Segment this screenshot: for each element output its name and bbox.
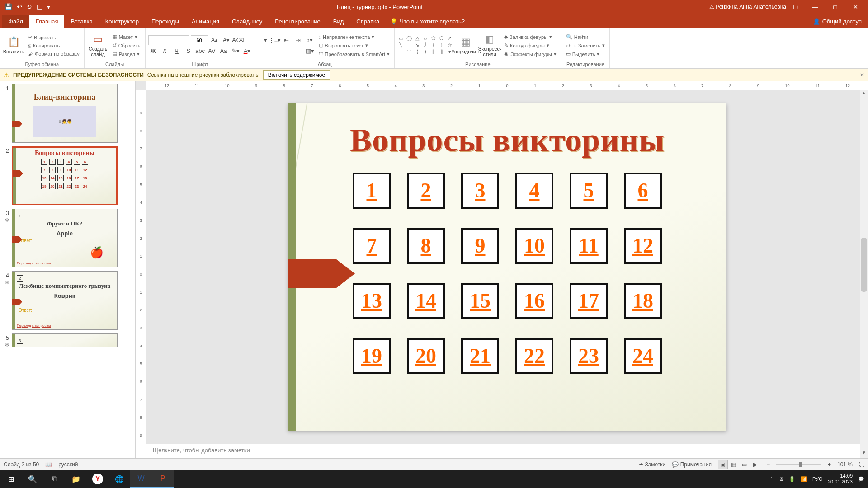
word-icon[interactable]: W — [130, 470, 152, 488]
display-options-icon[interactable]: ▢ — [793, 4, 798, 10]
shape-outline-button[interactable]: ✎ Контур фигуры ▾ — [502, 42, 558, 49]
question-box-5[interactable]: 5 — [570, 173, 608, 209]
arrange-button[interactable]: ▦Упорядочить — [455, 35, 477, 56]
find-button[interactable]: 🔍 Найти — [564, 33, 607, 41]
undo-icon[interactable]: ↶ — [17, 3, 22, 10]
question-box-24[interactable]: 24 — [624, 338, 662, 374]
scroll-up-icon[interactable]: ▲ — [860, 90, 868, 99]
save-icon[interactable]: 💾 — [5, 3, 12, 10]
powerpoint-icon[interactable]: P — [152, 470, 174, 488]
yandex-icon[interactable]: Y — [92, 474, 103, 484]
replace-button[interactable]: ab→ Заменить ▾ — [564, 42, 607, 49]
select-button[interactable]: ▭ Выделить ▾ — [564, 50, 607, 58]
sorter-view-icon[interactable]: ▦ — [729, 460, 739, 469]
taskbar-clock[interactable]: 14:09 20.01.2023 — [828, 473, 853, 485]
font-name-input[interactable] — [148, 35, 189, 45]
slideshow-view-icon[interactable]: ▶ — [750, 460, 760, 469]
tab-insert[interactable]: Вставка — [64, 15, 99, 28]
tray-battery-icon[interactable]: 🔋 — [789, 476, 795, 482]
align-text-button[interactable]: ▢ Выровнять текст ▾ — [317, 42, 392, 49]
text-direction-button[interactable]: ↕ Направление текста ▾ — [317, 33, 392, 41]
vertical-scrollbar[interactable]: ▲ ▼ — [860, 90, 868, 458]
play-icon[interactable]: ▥ — [37, 3, 42, 10]
spacing-icon[interactable]: AV — [207, 46, 217, 56]
question-box-10[interactable]: 10 — [515, 228, 553, 264]
tray-lang[interactable]: РУС — [812, 476, 822, 482]
tray-wifi-icon[interactable]: 📶 — [801, 476, 807, 482]
notes-placeholder[interactable]: Щелкните, чтобы добавить заметки — [146, 444, 868, 458]
start-button[interactable]: ⊞ — [0, 470, 22, 488]
question-box-22[interactable]: 22 — [515, 338, 553, 374]
tab-home[interactable]: Главная — [29, 15, 64, 28]
format-painter-button[interactable]: 🖌 Формат по образцу — [26, 50, 81, 57]
case-icon[interactable]: Aa — [219, 46, 229, 56]
tab-help[interactable]: Справка — [350, 15, 386, 28]
notifications-icon[interactable]: 💬 — [858, 476, 864, 482]
tab-view[interactable]: Вид — [327, 15, 350, 28]
tray-chevron-icon[interactable]: ˄ — [770, 476, 773, 482]
align-center-icon[interactable]: ≡ — [270, 46, 280, 56]
fit-slide-icon[interactable]: ⛶ — [859, 461, 864, 468]
question-box-3[interactable]: 3 — [461, 173, 499, 209]
outdent-icon[interactable]: ⇤ — [282, 35, 292, 45]
question-box-20[interactable]: 20 — [407, 338, 445, 374]
smartart-button[interactable]: ⬚ Преобразовать в SmartArt ▾ — [317, 50, 392, 58]
edge-icon[interactable]: 🌐 — [108, 470, 130, 488]
align-left-icon[interactable]: ≡ — [258, 46, 268, 56]
close-button[interactable]: ✕ — [845, 0, 866, 14]
numbering-icon[interactable]: ⋮≡▾ — [270, 35, 280, 45]
question-box-21[interactable]: 21 — [461, 338, 499, 374]
horizontal-ruler[interactable]: 1211109876543210123456789101112 — [146, 81, 868, 90]
underline-icon[interactable]: Ч — [172, 46, 182, 56]
shadow-icon[interactable]: abc — [195, 46, 205, 56]
shape-fill-button[interactable]: ◆ Заливка фигуры ▾ — [502, 33, 558, 41]
shrink-font-icon[interactable]: A▾ — [222, 35, 231, 45]
tab-design[interactable]: Конструктор — [99, 15, 145, 28]
language-indicator[interactable]: русский — [58, 461, 78, 468]
bold-icon[interactable]: Ж — [148, 46, 158, 56]
slide-thumbnail-panel[interactable]: 1 Блиц-викторина 🖥👧👦 2 Вопросы викторины… — [0, 81, 136, 458]
security-close-icon[interactable]: ✕ — [860, 72, 864, 78]
main-slide-canvas[interactable]: Вопросы викторины 1234567891011121314151… — [288, 103, 726, 431]
maximize-button[interactable]: ◻ — [825, 0, 845, 14]
question-box-14[interactable]: 14 — [407, 283, 445, 319]
grow-font-icon[interactable]: A▴ — [210, 35, 220, 45]
slide-counter[interactable]: Слайд 2 из 50 — [4, 461, 39, 468]
reset-button[interactable]: ↺ Сбросить — [111, 42, 142, 49]
scroll-thumb[interactable] — [861, 238, 867, 292]
tab-review[interactable]: Рецензирование — [269, 15, 326, 28]
new-slide-button[interactable]: ▭Создать слайд — [87, 32, 109, 58]
redo-icon[interactable]: ↻ — [27, 3, 32, 10]
layout-button[interactable]: ▦ Макет ▾ — [111, 33, 142, 41]
font-color-icon[interactable]: A▾ — [242, 46, 252, 56]
question-box-16[interactable]: 16 — [515, 283, 553, 319]
qat-more-icon[interactable]: ▾ — [47, 3, 50, 10]
task-view-icon[interactable]: ⧉ — [43, 470, 65, 488]
bullets-icon[interactable]: ≣▾ — [258, 35, 268, 45]
question-box-12[interactable]: 12 — [624, 228, 662, 264]
scroll-down-icon[interactable]: ▼ — [860, 450, 868, 458]
question-box-17[interactable]: 17 — [570, 283, 608, 319]
question-box-6[interactable]: 6 — [624, 173, 662, 209]
tab-file[interactable]: Файл — [2, 15, 29, 28]
italic-icon[interactable]: К — [160, 46, 170, 56]
shapes-gallery[interactable]: ▭◯△▱⬠⬡↗ ╲→↘⤴{}☆ —⌒⟨⟩⟦⟧▾ — [397, 35, 453, 56]
slide-thumbnail-2[interactable]: Вопросы викторины 1234567891011121314151… — [12, 146, 118, 205]
slide-thumbnail-3[interactable]: 1 Фрукт и ПК? Ответ: Apple 🍎 Переход к в… — [12, 209, 118, 267]
columns-icon[interactable]: ▥▾ — [305, 46, 315, 56]
comments-toggle[interactable]: 💬 Примечания — [672, 461, 712, 468]
question-box-23[interactable]: 23 — [570, 338, 608, 374]
zoom-in-icon[interactable]: + — [828, 461, 831, 468]
question-box-2[interactable]: 2 — [407, 173, 445, 209]
highlight-icon[interactable]: ✎▾ — [231, 46, 241, 56]
zoom-slider[interactable] — [776, 464, 821, 465]
vertical-ruler[interactable]: 9876543210123456789 — [136, 90, 146, 458]
tray-monitor-icon[interactable]: 🖥 — [778, 476, 783, 482]
paste-button[interactable]: 📋Вставить — [3, 35, 24, 56]
notes-toggle[interactable]: ≐ Заметки — [639, 461, 665, 468]
tab-slideshow[interactable]: Слайд-шоу — [226, 15, 269, 28]
shape-effects-button[interactable]: ◉ Эффекты фигуры ▾ — [502, 50, 558, 58]
zoom-out-icon[interactable]: − — [767, 461, 770, 468]
slide-thumbnail-5[interactable]: 3 — [12, 333, 118, 347]
clear-format-icon[interactable]: A⌫ — [233, 35, 243, 45]
